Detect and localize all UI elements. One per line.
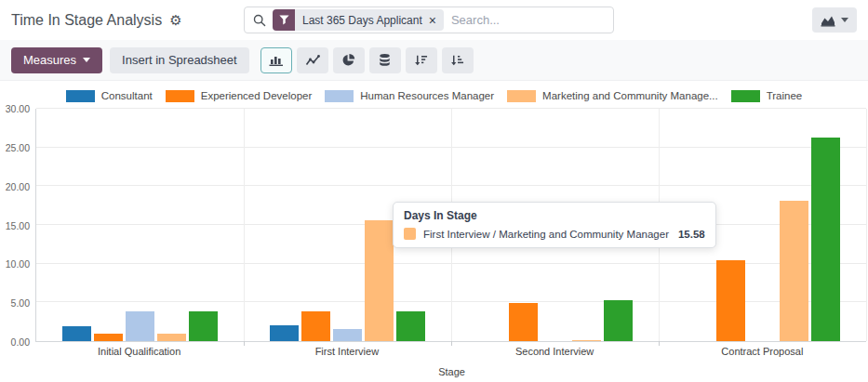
legend-label: Human Resources Manager <box>360 90 494 101</box>
stacked-icon <box>378 53 392 67</box>
bar[interactable] <box>509 303 538 341</box>
line-chart-icon <box>305 54 320 67</box>
bar[interactable] <box>716 260 745 342</box>
pie-chart-button[interactable] <box>333 47 365 73</box>
legend-swatch <box>731 90 760 102</box>
chevron-down-icon <box>841 18 848 22</box>
chevron-down-icon <box>83 58 90 62</box>
x-category-label: Initial Qualification <box>98 346 180 357</box>
legend-swatch <box>166 90 194 102</box>
facet-close-icon[interactable]: × <box>429 14 436 27</box>
sort-descending-icon <box>414 54 428 67</box>
chart-body: 0.005.0010.0015.0020.0025.0030.00 Days I… <box>0 109 868 342</box>
y-tick-label: 0.00 <box>11 336 30 348</box>
x-axis-labels: Initial QualificationFirst InterviewSeco… <box>35 346 866 360</box>
legend-label: Consultant <box>101 90 153 101</box>
search-icon <box>253 14 266 27</box>
page-title: Time In Stage Analysis <box>11 12 162 29</box>
filter-funnel-icon <box>273 9 295 31</box>
chart-tooltip: Days In Stage First Interview / Marketin… <box>393 202 716 248</box>
tooltip-row: First Interview / Marketing and Communit… <box>404 228 705 240</box>
legend-label: Experienced Developer <box>201 90 313 101</box>
legend-item[interactable]: Consultant <box>66 90 153 102</box>
bar[interactable] <box>811 138 840 341</box>
gear-icon[interactable]: ⚙ <box>169 13 181 27</box>
sort-descending-button[interactable] <box>406 47 437 73</box>
y-axis: 0.005.0010.0015.0020.0025.0030.00 <box>0 109 35 342</box>
search-input[interactable] <box>444 13 614 27</box>
bar[interactable] <box>126 311 154 342</box>
legend-swatch <box>325 90 354 102</box>
legend-label: Marketing and Community Manage... <box>542 90 718 101</box>
bar[interactable] <box>189 311 218 342</box>
title-wrap: Time In Stage Analysis ⚙ <box>11 12 244 29</box>
bar[interactable] <box>396 311 425 342</box>
insert-label: Insert in Spreadsheet <box>122 53 237 67</box>
bar[interactable] <box>157 334 186 341</box>
v-gridline <box>866 109 867 341</box>
y-tick-label: 10.00 <box>6 258 30 270</box>
tooltip-title: Days In Stage <box>404 209 705 222</box>
bar[interactable] <box>333 329 362 341</box>
measures-label: Measures <box>23 53 76 67</box>
chart-section: ConsultantExperienced DeveloperHuman Res… <box>0 81 868 377</box>
sort-ascending-button[interactable] <box>442 47 474 73</box>
y-tick-label: 25.00 <box>6 142 30 153</box>
chart-type-buttons <box>260 47 474 73</box>
insert-in-spreadsheet-button[interactable]: Insert in Spreadsheet <box>110 47 249 73</box>
bar[interactable] <box>62 326 91 341</box>
search-facet[interactable]: Last 365 Days Applicant × <box>273 9 444 31</box>
legend-swatch <box>66 90 95 102</box>
tooltip-label: First Interview / Marketing and Communit… <box>423 229 669 240</box>
plot-area: Days In Stage First Interview / Marketin… <box>35 109 866 342</box>
pie-chart-icon <box>341 53 355 67</box>
bar[interactable] <box>604 300 633 341</box>
y-tick-label: 5.00 <box>11 297 30 309</box>
x-category-label: First Interview <box>315 346 379 357</box>
tooltip-value: 15.58 <box>678 229 705 240</box>
top-bar: Time In Stage Analysis ⚙ Last 365 Days A… <box>0 0 868 40</box>
search-facet-body: Last 365 Days Applicant × <box>295 9 444 31</box>
bar[interactable] <box>94 334 123 341</box>
tooltip-swatch <box>404 228 416 240</box>
bar[interactable] <box>780 201 808 341</box>
stacked-toggle-button[interactable] <box>369 47 401 73</box>
area-chart-icon <box>821 14 835 27</box>
x-category-label: Contract Proposal <box>721 346 803 357</box>
x-axis-title: Stage <box>35 366 868 377</box>
line-chart-button[interactable] <box>297 47 328 73</box>
legend-label: Trainee <box>767 90 803 101</box>
legend-swatch <box>507 90 536 102</box>
bar-chart-button[interactable] <box>260 47 292 73</box>
legend-item[interactable]: Marketing and Community Manage... <box>507 90 718 102</box>
y-tick-label: 15.00 <box>6 220 30 231</box>
bar-chart-icon <box>269 54 284 67</box>
x-category-label: Second Interview <box>515 346 594 357</box>
measures-button[interactable]: Measures <box>11 47 102 73</box>
legend-item[interactable]: Human Resources Manager <box>325 90 494 102</box>
bar[interactable] <box>572 340 601 341</box>
view-switcher-button[interactable] <box>812 7 857 33</box>
bar[interactable] <box>301 311 330 342</box>
search-facet-label: Last 365 Days Applicant <box>302 14 422 27</box>
y-tick-label: 30.00 <box>6 103 30 114</box>
bar[interactable] <box>270 325 299 342</box>
search-bar: Last 365 Days Applicant × <box>244 7 614 33</box>
legend-item[interactable]: Trainee <box>731 90 803 102</box>
sort-ascending-icon <box>450 54 464 67</box>
v-gridline <box>244 109 245 341</box>
legend-item[interactable]: Experienced Developer <box>166 90 313 102</box>
chart-legend: ConsultantExperienced DeveloperHuman Res… <box>0 81 868 109</box>
y-tick-label: 20.00 <box>6 181 30 192</box>
control-panel: Measures Insert in Spreadsheet <box>0 40 868 81</box>
bar[interactable] <box>365 220 394 341</box>
